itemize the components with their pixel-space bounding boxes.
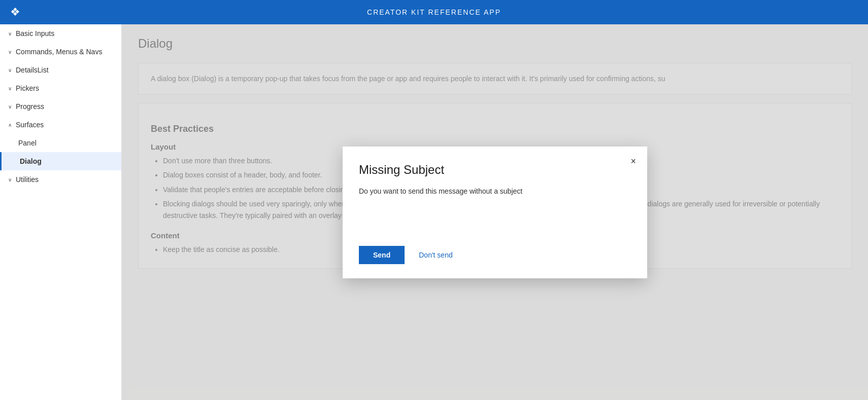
dialog-footer: Send Don't send (359, 246, 631, 264)
sidebar-item-basic-inputs[interactable]: ∨ Basic Inputs (0, 24, 121, 43)
chevron-down-icon: ∨ (8, 49, 12, 55)
sidebar-item-pickers[interactable]: ∨ Pickers (0, 79, 121, 97)
sidebar-item-surfaces[interactable]: ∧ Surfaces (0, 116, 121, 134)
sidebar-subitem-label: Dialog (20, 157, 42, 165)
sidebar-item-label: Pickers (16, 84, 39, 92)
sidebar: ∨ Basic Inputs ∨ Commands, Menus & Navs … (0, 24, 122, 400)
sidebar-item-label: Progress (16, 102, 44, 111)
sidebar-item-dialog[interactable]: Dialog (0, 152, 121, 170)
sidebar-item-commands-menus-navs[interactable]: ∨ Commands, Menus & Navs (0, 43, 121, 61)
chevron-down-icon: ∨ (8, 104, 12, 110)
sidebar-item-label: Utilities (16, 175, 39, 184)
chevron-down-icon: ∨ (8, 31, 12, 37)
dialog-close-button[interactable]: × (627, 155, 639, 168)
chevron-down-icon: ∨ (8, 177, 12, 183)
app-header: ❖ CREATOR KIT REFERENCE APP (0, 0, 868, 24)
dialog-title: Missing Subject (359, 163, 631, 177)
app-logo-icon: ❖ (10, 6, 20, 19)
dialog-overlay: × Missing Subject Do you want to send th… (122, 24, 868, 400)
sidebar-item-label: DetailsList (16, 66, 49, 74)
main-content: Dialog A dialog box (Dialog) is a tempor… (122, 24, 868, 400)
chevron-down-icon: ∨ (8, 67, 12, 73)
dialog-body: Do you want to send this message without… (359, 187, 631, 226)
sidebar-subitem-label: Panel (18, 139, 37, 147)
dialog: × Missing Subject Do you want to send th… (343, 147, 647, 278)
main-layout: ∨ Basic Inputs ∨ Commands, Menus & Navs … (0, 24, 868, 400)
sidebar-item-details-list[interactable]: ∨ DetailsList (0, 61, 121, 79)
chevron-up-icon: ∧ (8, 122, 12, 128)
chevron-down-icon: ∨ (8, 86, 12, 91)
dialog-dont-send-button[interactable]: Don't send (413, 246, 459, 264)
sidebar-item-label: Commands, Menus & Navs (16, 48, 102, 56)
sidebar-item-utilities[interactable]: ∨ Utilities (0, 170, 121, 189)
sidebar-item-panel[interactable]: Panel (0, 134, 121, 152)
sidebar-item-label: Surfaces (16, 121, 44, 129)
app-title: CREATOR KIT REFERENCE APP (367, 8, 501, 16)
sidebar-item-label: Basic Inputs (16, 29, 54, 38)
dialog-send-button[interactable]: Send (359, 246, 405, 264)
sidebar-item-progress[interactable]: ∨ Progress (0, 97, 121, 116)
